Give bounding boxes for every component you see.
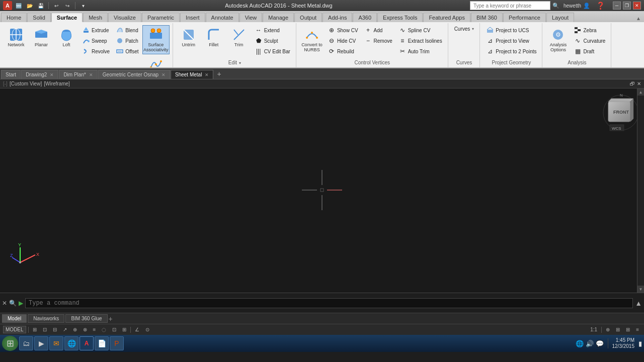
taskbar-app-pdf[interactable]: 📄 <box>95 336 109 350</box>
btn-zebra[interactable]: Zebra <box>571 25 608 35</box>
sb-gizmo-icon[interactable]: ⊞ <box>120 327 128 332</box>
layout-tab-model[interactable]: Model <box>2 314 27 323</box>
tab-visualize[interactable]: Visualize <box>108 13 141 22</box>
doc-tab-drawing2-close[interactable]: ✕ <box>50 72 54 77</box>
search-input[interactable] <box>470 1 550 10</box>
tab-featured[interactable]: Featured Apps <box>423 13 470 22</box>
edit-dropdown-arrow[interactable]: ▾ <box>239 61 241 65</box>
btn-curves-dropdown[interactable]: Curves ▾ <box>452 25 477 33</box>
search-icon[interactable]: 🔍 <box>552 3 559 9</box>
tab-view[interactable]: View <box>239 13 263 22</box>
taskbar-app-media[interactable]: ▶ <box>34 336 48 350</box>
tab-home[interactable]: Home <box>1 13 27 22</box>
tab-manage[interactable]: Manage <box>263 13 294 22</box>
layout-tab-bim360glue[interactable]: BIM 360 Glue <box>65 314 107 323</box>
taskbar-app-powerpoint[interactable]: P <box>110 336 124 350</box>
sb-transparency-icon[interactable]: ◌ <box>100 327 108 332</box>
btn-hide-cv[interactable]: ⊖ Hide CV <box>325 36 361 46</box>
btn-project-ucs[interactable]: Project to UCS <box>484 25 539 35</box>
doc-tab-drawing2[interactable]: Drawing2 ✕ <box>21 70 58 79</box>
btn-project-view[interactable]: ⊿ Project to View <box>484 36 539 46</box>
tab-solid[interactable]: Solid <box>27 13 50 22</box>
sb-lineweight-icon[interactable]: ≡ <box>91 327 98 332</box>
btn-extract-isolines[interactable]: ≡ Extract Isolines <box>396 36 445 46</box>
taskbar-app-autocad[interactable]: A <box>79 336 94 350</box>
sb-annotation-icon[interactable]: ∠ <box>133 327 141 332</box>
sb-polar-icon[interactable]: ↗ <box>61 327 69 332</box>
btn-patch[interactable]: Patch <box>113 36 141 46</box>
command-input[interactable] <box>25 298 633 308</box>
scroll-up-arrow[interactable]: ▲ <box>637 88 644 96</box>
btn-draft[interactable]: ▦ Draft <box>571 46 608 56</box>
restore-button[interactable]: ❐ <box>623 2 631 10</box>
btn-convert-nurbs[interactable]: Convert toNURBS <box>300 25 324 54</box>
vp-restore-btn[interactable]: 🗗 <box>630 81 635 86</box>
sb-settings-icon[interactable]: ≡ <box>634 327 641 332</box>
sb-fullscreen-icon[interactable]: ⊞ <box>614 327 622 332</box>
viewcube[interactable]: N FRONT WCS <box>601 93 636 143</box>
vp-close-btn[interactable]: ✕ <box>637 81 641 86</box>
tab-performance[interactable]: Performance <box>503 13 546 22</box>
tab-mesh[interactable]: Mesh <box>83 13 108 22</box>
systray-volume-icon[interactable]: 🔊 <box>586 340 594 347</box>
qat-open[interactable]: 📂 <box>25 1 34 10</box>
sb-grid-icon[interactable]: ⊞ <box>31 327 39 332</box>
start-button[interactable]: ⊞ <box>2 336 18 351</box>
btn-spline-cv[interactable]: ∿ Spline CV <box>396 25 445 35</box>
btn-sweep[interactable]: Sweep <box>79 36 112 46</box>
btn-surface-associativity[interactable]: SurfaceAssociativity <box>142 25 170 54</box>
sb-scale-label[interactable]: 1:1 <box>588 327 599 332</box>
layout-tab-navisworks[interactable]: Navisworks <box>28 314 64 323</box>
layout-tab-add-button[interactable]: + <box>109 315 113 323</box>
qat-redo[interactable]: ↪ <box>63 1 72 10</box>
btn-network[interactable]: Network <box>4 25 28 49</box>
btn-untrim[interactable]: Untrim <box>177 25 201 49</box>
tab-a360[interactable]: A360 <box>353 13 377 22</box>
tab-annotate[interactable]: Annotate <box>206 13 239 22</box>
cmd-expand-icon[interactable]: ▲ <box>635 299 642 307</box>
doc-tab-osnap-close[interactable]: ✕ <box>162 72 166 77</box>
btn-curvature[interactable]: ∿ Curvature <box>571 36 608 46</box>
systray-show-desktop[interactable]: ▮ <box>638 340 642 347</box>
btn-extrude[interactable]: Extrude <box>79 25 112 35</box>
tab-output[interactable]: Output <box>294 13 322 22</box>
qat-undo[interactable]: ↩ <box>52 1 61 10</box>
scroll-track-right[interactable] <box>637 96 644 286</box>
doc-tab-sheetmetal[interactable]: Sheet Metal ✕ <box>171 70 213 79</box>
qat-new[interactable]: 🆕 <box>14 1 23 10</box>
btn-planar[interactable]: Planar <box>29 25 53 49</box>
btn-nurbs-creation[interactable]: NURBSCreation <box>142 55 170 67</box>
cmd-close-icon[interactable]: ✕ <box>2 300 7 307</box>
scroll-down-arrow[interactable]: ▼ <box>637 286 644 293</box>
sb-ortho-icon[interactable]: ⊟ <box>51 327 59 332</box>
btn-rebuild[interactable]: ⟳ Rebuild <box>325 46 361 56</box>
minimize-button[interactable]: ─ <box>613 2 621 10</box>
tab-bim360[interactable]: BIM 360 <box>471 13 503 22</box>
taskbar-app-mail[interactable]: ✉ <box>49 336 63 350</box>
btn-auto-trim[interactable]: ✂ Auto Trim <box>396 46 445 56</box>
doc-tab-osnap[interactable]: Geometric Center Osnap ✕ <box>98 70 170 79</box>
cmd-search-icon[interactable]: 🔍 <box>9 300 17 307</box>
vp-custom-view[interactable]: [Custom View] <box>10 81 42 86</box>
doc-tab-sheetmetal-close[interactable]: ✕ <box>205 72 209 77</box>
btn-revolve[interactable]: Revolve <box>79 46 112 56</box>
btn-add-cv[interactable]: + Add <box>362 25 395 35</box>
btn-cv-edit-bar[interactable]: ||| CV Edit Bar <box>252 46 293 56</box>
btn-offset[interactable]: Offset <box>113 46 141 56</box>
help-icon[interactable]: ❓ <box>596 2 605 10</box>
close-button[interactable]: ✕ <box>633 2 641 10</box>
tab-addins[interactable]: Add-ins <box>323 13 352 22</box>
tab-express[interactable]: Express Tools <box>377 13 423 22</box>
taskbar-app-explorer[interactable]: 🗂 <box>19 336 33 350</box>
vp-wireframe[interactable]: [Wireframe] <box>44 81 70 86</box>
doc-tab-start[interactable]: Start <box>1 70 21 79</box>
systray-notify-icon[interactable]: 💬 <box>596 340 604 347</box>
btn-project-2pts[interactable]: ⊿ Project to 2 Points <box>484 46 539 56</box>
btn-sculpt[interactable]: ⬟ Sculpt <box>252 36 293 46</box>
btn-remove-cv[interactable]: − Remove <box>362 36 395 46</box>
viewport[interactable]: X Y Z N <box>0 88 644 293</box>
ribbon-collapse-icon[interactable]: ▲ <box>633 15 644 22</box>
system-clock[interactable]: 1:45 PM 12/3/2015 <box>612 337 635 349</box>
viewport-scrollbar-right[interactable]: ▲ ▼ <box>637 88 644 293</box>
btn-fillet[interactable]: Fillet <box>202 25 226 49</box>
